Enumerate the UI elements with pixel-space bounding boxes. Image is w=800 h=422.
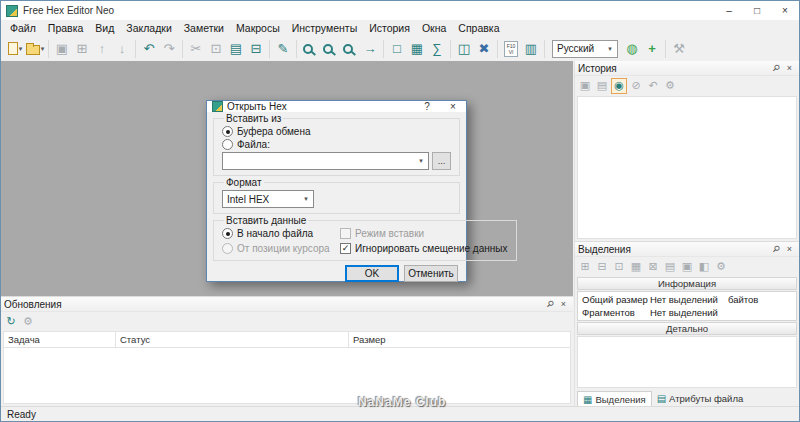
menu-item-windows[interactable]: Окна [416,21,452,35]
history-clear-icon[interactable]: ⊘ [628,78,644,94]
checkbox-ignore-offset[interactable]: ✓ Игнорировать смещение данных [340,243,508,254]
menu-item-help[interactable]: Справка [452,21,505,35]
cancel-button[interactable]: Отменить [404,265,458,282]
tab-selections[interactable]: ▦ Выделения [577,391,652,406]
selections-list[interactable] [577,336,797,388]
menu-item-macros[interactable]: Макросы [230,21,286,35]
new-file-caret-icon[interactable]: ▾ [19,45,23,53]
radio-clipboard-label: Буфера обмена [237,126,311,137]
radio-to-begin[interactable]: В начало файла [222,228,336,239]
menu-item-notes[interactable]: Заметки [178,21,230,35]
history-settings-icon[interactable]: ⚙ [662,78,678,94]
radio-to-begin-control[interactable] [222,228,233,239]
toolbar-separator [296,40,297,58]
maximize-button[interactable]: □ [743,1,771,20]
selection-load-icon[interactable]: ▤ [662,259,678,275]
file-path-dropdown-icon[interactable]: ▾ [414,157,428,165]
updates-list[interactable] [4,348,570,403]
menu-item-bookmarks[interactable]: Закладки [120,21,177,35]
paste-icon[interactable]: ▤ [226,38,246,59]
undo-icon[interactable]: ↶ [139,38,159,59]
tab-file-attributes[interactable]: ▤ Атрибуты файла [652,391,749,406]
close-all-windows-icon[interactable]: ✖ [474,38,494,59]
magnifier-glyph [323,44,333,54]
selection-invert-icon[interactable]: ⊡ [611,259,627,275]
selection-clear-icon[interactable]: ⊠ [645,259,661,275]
open-file-caret-icon[interactable]: ▾ [41,45,45,53]
file-path-combobox[interactable]: ▾ [222,152,429,170]
dialog-close-button[interactable]: × [440,101,466,112]
updates-close-icon[interactable]: × [557,298,570,311]
find-icon[interactable] [300,38,320,59]
history-list[interactable] [577,96,797,239]
dialog-buttons: OK Отменить [207,261,466,288]
cut-icon[interactable]: ✂ [186,38,206,59]
menu-item-file[interactable]: Файл [4,21,42,35]
history-pin-icon[interactable]: ⚲ [770,62,783,75]
checkbox-ignore-offset-control[interactable]: ✓ [340,243,351,254]
format-dropdown-icon[interactable]: ▾ [299,195,313,203]
globe-icon[interactable]: ◍ [622,38,642,59]
open-file-button[interactable]: ▾ [25,38,45,59]
save-all-icon[interactable]: ⊞ [72,38,92,59]
insert-data-group: Вставить данные В начало файла Режим вст… [213,215,517,261]
selection-add-icon[interactable]: ⊞ [577,259,593,275]
history-save-icon[interactable]: ▣ [577,78,593,94]
selection-select-all-icon[interactable]: ▦ [628,259,644,275]
details-expander[interactable]: Детально [577,322,797,335]
column-size[interactable]: Размер [349,332,570,347]
save-file-icon[interactable]: ▣ [52,38,72,59]
structure-viewer-icon[interactable]: ▥ [521,38,541,59]
column-status[interactable]: Статус [116,332,349,347]
new-file-button[interactable]: ▾ [5,38,25,59]
find-replace-icon[interactable] [320,38,340,59]
radio-file-control[interactable] [222,139,233,150]
export-icon[interactable]: ↑ [92,38,112,59]
browse-file-button[interactable]: ... [432,152,451,170]
format-select[interactable]: Intel HEX ▾ [222,190,314,208]
select-block-icon[interactable]: □ [387,38,407,59]
radio-clipboard-control[interactable] [222,126,233,137]
history-close-icon[interactable]: × [783,62,796,75]
close-button[interactable]: × [771,1,799,20]
selections-close-icon[interactable]: × [783,243,796,256]
selection-settings-icon[interactable]: ⚙ [713,259,729,275]
menu-item-edit[interactable]: Правка [42,21,89,35]
radio-file[interactable]: Файла: [222,139,451,150]
dialog-help-button[interactable]: ? [414,101,440,112]
copy-icon[interactable]: ⊡ [206,38,226,59]
redo-icon[interactable]: ↷ [159,38,179,59]
information-header[interactable]: Информация [577,277,797,290]
selection-union-icon[interactable]: ◧ [696,259,712,275]
menu-item-view[interactable]: Вид [89,21,120,35]
print-icon[interactable]: ⊟ [246,38,266,59]
column-task[interactable]: Задача [4,332,116,347]
history-branches-icon[interactable]: ◉ [611,78,627,94]
updates-pin-icon[interactable]: ⚲ [544,298,557,311]
selections-pin-icon[interactable]: ⚲ [770,243,783,256]
selection-save-icon[interactable]: ▣ [679,259,695,275]
edit-pencil-icon[interactable]: ✎ [273,38,293,59]
fill-pattern-icon[interactable]: ▦ [407,38,427,59]
menu-item-history[interactable]: История [363,21,416,35]
history-back-icon[interactable]: ↶ [645,78,661,94]
import-icon[interactable]: ↓ [112,38,132,59]
language-select[interactable]: Русский ▾ [552,40,618,58]
history-load-icon[interactable]: ▤ [594,78,610,94]
panel-layout-icon[interactable]: ◫ [454,38,474,59]
dialog-title-bar[interactable]: Открыть Hex ? × [207,101,466,112]
find-all-icon[interactable] [340,38,360,59]
radio-clipboard[interactable]: Буфера обмена [222,126,451,137]
ok-button[interactable]: OK [345,265,399,282]
goto-offset-icon[interactable]: → [360,38,380,59]
settings-tools-icon[interactable]: ⚒ [669,38,689,59]
updates-settings-icon[interactable]: ⚙ [20,314,36,330]
add-language-icon[interactable]: + [642,38,662,59]
language-dropdown-icon[interactable]: ▾ [603,45,617,53]
check-updates-icon[interactable]: ↻ [3,314,19,330]
menu-item-tools[interactable]: Инструменты [286,21,363,35]
minimize-button[interactable]: – [715,1,743,20]
checksum-icon[interactable]: ∑ [427,38,447,59]
selection-remove-icon[interactable]: ⊟ [594,259,610,275]
data-inspector-icon[interactable]: F10 VI [501,38,521,59]
